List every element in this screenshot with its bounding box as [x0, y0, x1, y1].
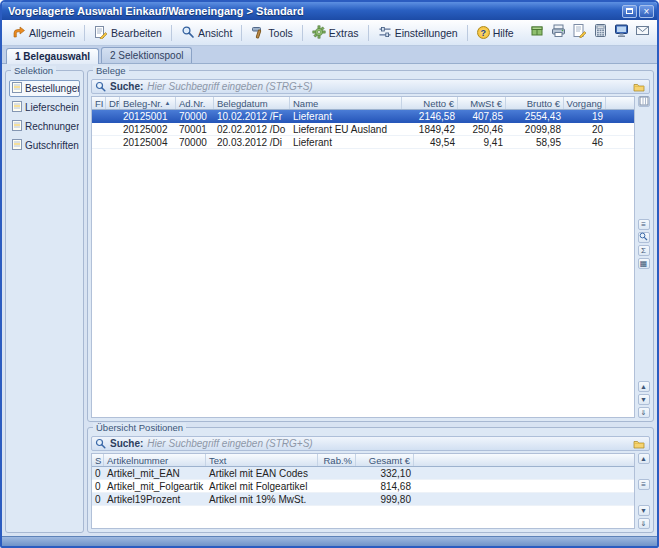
row-details-button[interactable]: ≡ — [638, 479, 650, 490]
column-header-netto[interactable]: Netto € — [402, 97, 458, 109]
cell-netto: 1849,42 — [402, 123, 458, 135]
tabbar: 1 Belegauswahl 2 Selektionspool — [2, 46, 657, 64]
toolbar-button-bearbeiten[interactable]: Bearbeiten — [88, 22, 168, 44]
tab-belegauswahl[interactable]: 1 Belegauswahl — [6, 48, 99, 64]
column-header-name[interactable]: Name — [290, 97, 402, 109]
cell-text: Artikel mit Folgeartikel — [206, 480, 318, 492]
arrow-end-icon: ⇓ — [641, 409, 647, 416]
column-chooser-button[interactable] — [638, 96, 650, 107]
column-header-s[interactable]: S — [92, 454, 104, 466]
list-item[interactable]: 0 Artikel19Prozent Artikel mit 19% MwSt.… — [92, 493, 634, 506]
folder-icon — [633, 435, 645, 453]
arrow-down-icon: ▼ — [640, 507, 647, 514]
scroll-end-button[interactable]: ⇓ — [638, 518, 650, 529]
column-header-text[interactable]: Text — [206, 454, 318, 466]
sum-icon: Σ — [641, 247, 646, 255]
printer-icon — [551, 23, 566, 42]
cell-s: 0 — [92, 467, 104, 479]
sidebar-item-lieferscheine[interactable]: Lieferscheine — [9, 99, 80, 116]
cell-name: Lieferant EU Ausland — [290, 123, 402, 135]
positionen-search-input[interactable] — [147, 437, 628, 450]
sidebar-item-rechnungen[interactable]: Rechnungen — [9, 118, 80, 135]
cell-artikelnummer: Artikel_mit_Folgeartik — [104, 480, 206, 492]
positionen-table-header: S Artikelnummer Text Rab.% Gesamt € — [92, 454, 634, 467]
toolbar-separator — [368, 25, 369, 41]
toolbar-label: Tools — [268, 27, 293, 39]
column-header-filler — [606, 97, 634, 109]
toolbar-label: Ansicht — [198, 27, 232, 39]
search-options-button[interactable] — [632, 81, 646, 93]
toolbar-label: Allgemein — [29, 27, 75, 39]
cell-s: 0 — [92, 493, 104, 505]
column-header-rab[interactable]: Rab.% — [318, 454, 356, 466]
mail-button[interactable] — [634, 24, 651, 41]
tab-selektionspool[interactable]: 2 Selektionspool — [101, 47, 192, 63]
column-header-dr[interactable]: DR — [106, 97, 120, 109]
note-button[interactable] — [571, 24, 588, 41]
search-options-button[interactable] — [632, 438, 646, 450]
toolbar-button-hilfe[interactable]: ? Hilfe — [471, 23, 520, 42]
column-header-vorgang[interactable]: Vorgang — [564, 97, 606, 109]
cell-belegnr: 20125001 — [120, 110, 176, 122]
toolbar-button-allgemein[interactable]: Allgemein — [6, 22, 81, 44]
cell-dr — [106, 123, 120, 135]
toolbar-label: Bearbeiten — [111, 27, 162, 39]
calculator-icon — [593, 23, 608, 42]
sidebar-item-gutschriften[interactable]: Gutschriften — [9, 137, 80, 154]
cell-artikelnummer: Artikel_mit_EAN — [104, 467, 206, 479]
package-button[interactable] — [529, 24, 546, 41]
grid-view-button[interactable]: ▦ — [638, 258, 650, 269]
sidebar-item-bestellungen[interactable]: Bestellungen — [9, 80, 80, 97]
column-header-belegdatum[interactable]: Belegdatum — [214, 97, 290, 109]
scroll-up-button[interactable]: ▲ — [638, 381, 650, 392]
column-header-fi[interactable]: FI — [92, 97, 106, 109]
quick-search-button[interactable] — [638, 232, 650, 243]
list-item[interactable]: 0 Artikel_mit_Folgeartik Artikel mit Fol… — [92, 480, 634, 493]
sum-button[interactable]: Σ — [638, 245, 650, 256]
belege-table-header: FI DR Beleg-Nr.▲ Ad.Nr. Belegdatum Name … — [92, 97, 634, 110]
row-details-button[interactable]: ≡ — [638, 219, 650, 230]
column-header-adnr[interactable]: Ad.Nr. — [176, 97, 214, 109]
cell-gesamt: 332,10 — [356, 467, 414, 479]
column-header-gesamt[interactable]: Gesamt € — [356, 454, 414, 466]
restore-button[interactable] — [622, 5, 637, 18]
cell-mwst: 407,85 — [458, 110, 506, 122]
scroll-down-button[interactable]: ▼ — [638, 505, 650, 516]
calculator-button[interactable] — [592, 24, 609, 41]
cell-belegdatum: 10.02.2012 /Fr — [214, 110, 290, 122]
scroll-down-button[interactable]: ▼ — [638, 394, 650, 405]
belege-group: Belege Suche: FI DR Beleg-Nr.▲ — [87, 70, 654, 422]
table-row[interactable]: 20125002 70001 02.02.2012 /Do Lieferant … — [92, 123, 634, 136]
toolbar-button-ansicht[interactable]: Ansicht — [175, 22, 238, 44]
content-area: Selektion Bestellungen Lieferscheine Rec… — [2, 64, 657, 536]
titlebar[interactable]: Vorgelagerte Auswahl Einkauf/Wareneingan… — [2, 2, 657, 20]
search-label: Suche: — [110, 438, 143, 449]
sliders-icon — [378, 25, 392, 41]
cell-name: Lieferant — [290, 136, 402, 148]
table-row[interactable]: 20125004 70000 20.03.2012 /Di Lieferant … — [92, 136, 634, 149]
toolbar-button-einstellungen[interactable]: Einstellungen — [372, 22, 464, 44]
column-header-belegnr[interactable]: Beleg-Nr.▲ — [120, 97, 176, 109]
toolbar-label: Einstellungen — [395, 27, 458, 39]
column-header-brutto[interactable]: Brutto € — [506, 97, 564, 109]
scroll-end-button[interactable]: ⇓ — [638, 407, 650, 418]
column-header-artikelnummer[interactable]: Artikelnummer — [104, 454, 206, 466]
toolbar-button-extras[interactable]: Extras — [306, 22, 365, 44]
toolbar-label: Extras — [329, 27, 359, 39]
print-button[interactable] — [550, 24, 567, 41]
column-header-mwst[interactable]: MwSt € — [458, 97, 506, 109]
sheet-icon — [639, 96, 649, 108]
scroll-up-button[interactable]: ▲ — [638, 453, 650, 464]
cell-netto: 49,54 — [402, 136, 458, 148]
toolbar-button-tools[interactable]: Tools — [245, 22, 299, 44]
table-row[interactable]: 20125001 70000 10.02.2012 /Fr Lieferant … — [92, 110, 634, 123]
belege-search-input[interactable] — [147, 80, 628, 93]
grid-icon: ▦ — [640, 260, 648, 268]
monitor-button[interactable] — [613, 24, 630, 41]
list-item[interactable]: 0 Artikel_mit_EAN Artikel mit EAN Codes … — [92, 467, 634, 480]
cell-vorgang: 20 — [564, 123, 606, 135]
toolbar-right-icons — [529, 24, 653, 41]
cell-belegdatum: 02.02.2012 /Do — [214, 123, 290, 135]
cell-netto: 2146,58 — [402, 110, 458, 122]
close-button[interactable]: × — [639, 5, 654, 18]
